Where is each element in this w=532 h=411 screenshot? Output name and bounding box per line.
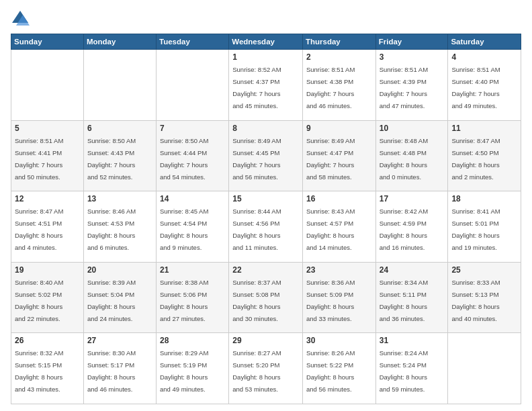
day-cell: 22Sunrise: 8:37 AM Sunset: 5:08 PM Dayli… — [229, 262, 303, 333]
day-cell: 4Sunrise: 8:51 AM Sunset: 4:40 PM Daylig… — [448, 50, 521, 121]
day-number: 16 — [306, 194, 372, 203]
day-info: Sunrise: 8:48 AM Sunset: 4:48 PM Dayligh… — [380, 137, 428, 181]
week-row-3: 19Sunrise: 8:40 AM Sunset: 5:02 PM Dayli… — [11, 262, 521, 333]
day-number: 14 — [160, 194, 225, 203]
day-number: 19 — [15, 265, 80, 275]
day-cell: 16Sunrise: 8:43 AM Sunset: 4:57 PM Dayli… — [302, 191, 375, 263]
weekday-monday: Monday — [83, 34, 156, 50]
day-info: Sunrise: 8:30 AM Sunset: 5:17 PM Dayligh… — [87, 349, 136, 393]
day-number: 22 — [232, 265, 299, 275]
day-cell: 7Sunrise: 8:50 AM Sunset: 4:44 PM Daylig… — [156, 120, 228, 191]
weekday-saturday: Saturday — [448, 34, 521, 50]
day-cell: 31Sunrise: 8:24 AM Sunset: 5:24 PM Dayli… — [375, 333, 448, 404]
day-cell: 5Sunrise: 8:51 AM Sunset: 4:41 PM Daylig… — [11, 120, 84, 191]
day-info: Sunrise: 8:50 AM Sunset: 4:44 PM Dayligh… — [160, 137, 208, 181]
day-cell: 17Sunrise: 8:42 AM Sunset: 4:59 PM Dayli… — [375, 191, 448, 263]
day-number: 12 — [15, 194, 80, 203]
day-cell: 1Sunrise: 8:52 AM Sunset: 4:37 PM Daylig… — [229, 50, 303, 121]
day-cell: 2Sunrise: 8:51 AM Sunset: 4:38 PM Daylig… — [302, 50, 375, 121]
day-info: Sunrise: 8:46 AM Sunset: 4:53 PM Dayligh… — [87, 208, 136, 251]
day-cell: 19Sunrise: 8:40 AM Sunset: 5:02 PM Dayli… — [11, 262, 84, 333]
day-number: 29 — [232, 336, 299, 345]
day-cell: 18Sunrise: 8:41 AM Sunset: 5:01 PM Dayli… — [448, 191, 521, 263]
day-cell: 29Sunrise: 8:27 AM Sunset: 5:20 PM Dayli… — [229, 333, 303, 404]
day-number: 27 — [87, 336, 152, 345]
day-cell: 8Sunrise: 8:49 AM Sunset: 4:45 PM Daylig… — [229, 120, 303, 191]
day-number: 11 — [451, 124, 517, 133]
day-cell: 14Sunrise: 8:45 AM Sunset: 4:54 PM Dayli… — [156, 191, 228, 263]
day-number: 21 — [160, 265, 225, 275]
day-cell: 28Sunrise: 8:29 AM Sunset: 5:19 PM Dayli… — [156, 333, 228, 404]
week-row-1: 5Sunrise: 8:51 AM Sunset: 4:41 PM Daylig… — [11, 120, 521, 191]
weekday-friday: Friday — [375, 34, 448, 50]
day-cell: 26Sunrise: 8:32 AM Sunset: 5:15 PM Dayli… — [11, 333, 84, 404]
day-info: Sunrise: 8:33 AM Sunset: 5:13 PM Dayligh… — [451, 279, 500, 322]
day-info: Sunrise: 8:51 AM Sunset: 4:39 PM Dayligh… — [380, 66, 428, 109]
day-number: 7 — [160, 124, 225, 133]
day-number: 24 — [380, 265, 445, 275]
day-number: 18 — [451, 194, 517, 203]
day-info: Sunrise: 8:51 AM Sunset: 4:38 PM Dayligh… — [306, 66, 355, 109]
weekday-thursday: Thursday — [302, 34, 375, 50]
day-info: Sunrise: 8:45 AM Sunset: 4:54 PM Dayligh… — [160, 208, 208, 251]
day-number: 15 — [232, 194, 299, 203]
day-cell: 10Sunrise: 8:48 AM Sunset: 4:48 PM Dayli… — [375, 120, 448, 191]
day-cell: 6Sunrise: 8:50 AM Sunset: 4:43 PM Daylig… — [83, 120, 156, 191]
day-cell: 13Sunrise: 8:46 AM Sunset: 4:53 PM Dayli… — [83, 191, 156, 263]
day-info: Sunrise: 8:39 AM Sunset: 5:04 PM Dayligh… — [87, 279, 136, 322]
day-number: 28 — [160, 336, 225, 345]
weekday-tuesday: Tuesday — [156, 34, 228, 50]
week-row-0: 1Sunrise: 8:52 AM Sunset: 4:37 PM Daylig… — [11, 50, 521, 121]
day-number: 25 — [451, 265, 517, 275]
day-number: 17 — [380, 194, 445, 203]
logo-icon — [11, 9, 30, 28]
day-info: Sunrise: 8:52 AM Sunset: 4:37 PM Dayligh… — [232, 66, 281, 109]
day-cell: 24Sunrise: 8:34 AM Sunset: 5:11 PM Dayli… — [375, 262, 448, 333]
day-info: Sunrise: 8:26 AM Sunset: 5:22 PM Dayligh… — [306, 349, 355, 393]
day-cell: 15Sunrise: 8:44 AM Sunset: 4:56 PM Dayli… — [229, 191, 303, 263]
day-number: 20 — [87, 265, 152, 275]
day-number: 9 — [306, 124, 372, 133]
day-number: 23 — [306, 265, 372, 275]
day-cell: 3Sunrise: 8:51 AM Sunset: 4:39 PM Daylig… — [375, 50, 448, 121]
day-info: Sunrise: 8:29 AM Sunset: 5:19 PM Dayligh… — [160, 349, 208, 393]
weekday-header-row: SundayMondayTuesdayWednesdayThursdayFrid… — [11, 34, 521, 50]
day-info: Sunrise: 8:40 AM Sunset: 5:02 PM Dayligh… — [15, 279, 63, 322]
page: SundayMondayTuesdayWednesdayThursdayFrid… — [0, 0, 532, 411]
day-cell — [83, 50, 156, 121]
day-info: Sunrise: 8:24 AM Sunset: 5:24 PM Dayligh… — [380, 349, 428, 393]
day-info: Sunrise: 8:51 AM Sunset: 4:40 PM Dayligh… — [451, 66, 500, 109]
day-number: 13 — [87, 194, 152, 203]
day-info: Sunrise: 8:36 AM Sunset: 5:09 PM Dayligh… — [306, 279, 355, 322]
logo — [11, 9, 32, 28]
day-cell: 21Sunrise: 8:38 AM Sunset: 5:06 PM Dayli… — [156, 262, 228, 333]
day-info: Sunrise: 8:50 AM Sunset: 4:43 PM Dayligh… — [87, 137, 136, 181]
day-number: 1 — [232, 52, 299, 62]
weekday-wednesday: Wednesday — [229, 34, 303, 50]
day-info: Sunrise: 8:49 AM Sunset: 4:45 PM Dayligh… — [232, 137, 281, 181]
day-info: Sunrise: 8:37 AM Sunset: 5:08 PM Dayligh… — [232, 279, 281, 322]
day-info: Sunrise: 8:47 AM Sunset: 4:51 PM Dayligh… — [15, 208, 63, 251]
day-number: 3 — [380, 52, 445, 62]
day-number: 30 — [306, 336, 372, 345]
day-number: 4 — [451, 52, 517, 62]
day-info: Sunrise: 8:42 AM Sunset: 4:59 PM Dayligh… — [380, 208, 428, 251]
day-info: Sunrise: 8:27 AM Sunset: 5:20 PM Dayligh… — [232, 349, 281, 393]
day-info: Sunrise: 8:44 AM Sunset: 4:56 PM Dayligh… — [232, 208, 281, 251]
day-number: 5 — [15, 124, 80, 133]
day-cell: 12Sunrise: 8:47 AM Sunset: 4:51 PM Dayli… — [11, 191, 84, 263]
header — [11, 9, 521, 28]
day-info: Sunrise: 8:34 AM Sunset: 5:11 PM Dayligh… — [380, 279, 428, 322]
day-cell — [448, 333, 521, 404]
day-cell: 9Sunrise: 8:49 AM Sunset: 4:47 PM Daylig… — [302, 120, 375, 191]
day-info: Sunrise: 8:41 AM Sunset: 5:01 PM Dayligh… — [451, 208, 500, 251]
day-info: Sunrise: 8:49 AM Sunset: 4:47 PM Dayligh… — [306, 137, 355, 181]
weekday-sunday: Sunday — [11, 34, 84, 50]
day-cell — [11, 50, 84, 121]
week-row-4: 26Sunrise: 8:32 AM Sunset: 5:15 PM Dayli… — [11, 333, 521, 404]
day-info: Sunrise: 8:43 AM Sunset: 4:57 PM Dayligh… — [306, 208, 355, 251]
day-number: 6 — [87, 124, 152, 133]
day-info: Sunrise: 8:38 AM Sunset: 5:06 PM Dayligh… — [160, 279, 208, 322]
day-info: Sunrise: 8:47 AM Sunset: 4:50 PM Dayligh… — [451, 137, 500, 181]
day-cell: 30Sunrise: 8:26 AM Sunset: 5:22 PM Dayli… — [302, 333, 375, 404]
